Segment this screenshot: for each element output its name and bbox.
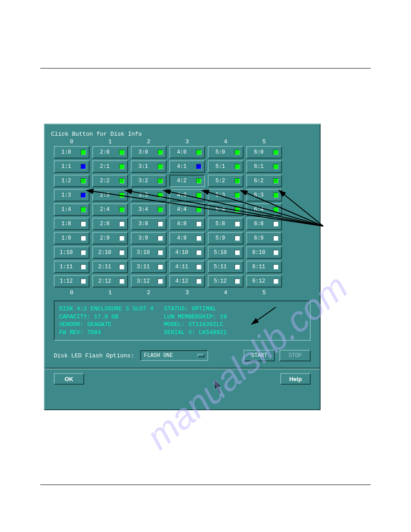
disk-button-label: 6:12 <box>247 278 270 284</box>
disk-button-2-3[interactable]: 2:3 <box>92 189 128 202</box>
disk-button-3-1[interactable]: 3:1 <box>131 160 167 173</box>
disk-button-6-10[interactable]: 6:10 <box>246 246 282 259</box>
disk-button-label: 2:1 <box>93 163 116 170</box>
disk-button-2-11[interactable]: 2:11 <box>92 261 128 273</box>
status-indicator-icon <box>81 178 86 184</box>
status-indicator-icon <box>158 221 163 227</box>
disk-button-6-1[interactable]: 6:1 <box>246 160 282 173</box>
disk-button-6-3[interactable]: 6:3 <box>246 189 282 202</box>
disk-button-2-0[interactable]: 2:0 <box>92 146 128 159</box>
disk-button-1-8[interactable]: 1:8 <box>54 218 90 230</box>
disk-button-1-9[interactable]: 1:9 <box>54 232 90 245</box>
disk-button-2-4[interactable]: 2:4 <box>92 203 128 216</box>
disk-button-label: 2:11 <box>93 264 116 270</box>
disk-button-4-2[interactable]: 4:2 <box>169 175 205 187</box>
disk-button-3-3[interactable]: 3:3 <box>131 189 167 202</box>
disk-button-label: 1:9 <box>55 235 78 241</box>
disk-button-3-12[interactable]: 3:12 <box>131 275 167 287</box>
disk-button-2-10[interactable]: 2:10 <box>92 246 128 259</box>
disk-button-2-8[interactable]: 2:8 <box>92 218 128 230</box>
disk-button-4-4[interactable]: 4:4 <box>169 203 205 216</box>
disk-button-label: 3:8 <box>132 221 155 227</box>
disk-button-1-12[interactable]: 1:12 <box>54 275 90 287</box>
disk-button-5-4[interactable]: 5:4 <box>208 203 244 216</box>
disk-button-1-4[interactable]: 1:4 <box>54 203 90 216</box>
disk-button-5-12[interactable]: 5:12 <box>208 275 244 287</box>
disk-button-4-9[interactable]: 4:9 <box>169 232 205 245</box>
disk-button-6-0[interactable]: 6:0 <box>246 146 282 159</box>
disk-button-4-3[interactable]: 4:3 <box>169 189 205 202</box>
status-indicator-icon <box>119 250 124 255</box>
disk-button-4-0[interactable]: 4:0 <box>169 146 205 159</box>
disk-button-5-9[interactable]: 5:9 <box>208 232 244 245</box>
disk-button-label: 3:12 <box>132 278 155 284</box>
disk-button-1-11[interactable]: 1:11 <box>54 261 90 273</box>
disk-button-label: 2:9 <box>93 235 116 241</box>
status-indicator-icon <box>196 150 201 155</box>
status-indicator-icon <box>273 264 278 270</box>
status-indicator-icon <box>273 164 278 169</box>
disk-button-2-12[interactable]: 2:12 <box>92 275 128 287</box>
disk-button-label: 2:4 <box>93 206 116 213</box>
disk-button-4-12[interactable]: 4:12 <box>169 275 205 287</box>
disk-button-3-9[interactable]: 3:9 <box>131 232 167 245</box>
disk-button-3-2[interactable]: 3:2 <box>131 175 167 187</box>
disk-button-3-4[interactable]: 3:4 <box>131 203 167 216</box>
disk-button-5-2[interactable]: 5:2 <box>208 175 244 187</box>
disk-button-2-1[interactable]: 2:1 <box>92 160 128 173</box>
column-footer: 1 <box>92 289 128 296</box>
disk-button-2-9[interactable]: 2:9 <box>92 232 128 245</box>
disk-button-3-0[interactable]: 3:0 <box>131 146 167 159</box>
disk-button-3-10[interactable]: 3:10 <box>131 246 167 259</box>
disk-button-label: 5:11 <box>209 264 232 270</box>
disk-button-1-10[interactable]: 1:10 <box>54 246 90 259</box>
column-headers-top: 012345 <box>54 138 313 145</box>
disk-button-5-8[interactable]: 5:8 <box>208 218 244 230</box>
disk-button-3-11[interactable]: 3:11 <box>131 261 167 273</box>
disk-button-4-11[interactable]: 4:11 <box>169 261 205 273</box>
disk-button-5-0[interactable]: 5:0 <box>208 146 244 159</box>
help-button[interactable]: Help <box>280 373 311 385</box>
disk-button-6-8[interactable]: 6:8 <box>246 218 282 230</box>
disk-button-5-1[interactable]: 5:1 <box>208 160 244 173</box>
disk-button-1-1[interactable]: 1:1 <box>54 160 90 173</box>
disk-button-label: 4:12 <box>170 278 193 284</box>
disk-button-5-11[interactable]: 5:11 <box>208 261 244 273</box>
disk-button-5-10[interactable]: 5:10 <box>208 246 244 259</box>
disk-button-3-8[interactable]: 3:8 <box>131 218 167 230</box>
disk-button-6-9[interactable]: 6:9 <box>246 232 282 245</box>
disk-button-1-0[interactable]: 1:0 <box>54 146 90 159</box>
status-indicator-icon <box>235 150 240 155</box>
disk-button-label: 6:4 <box>247 206 270 213</box>
start-button[interactable]: START <box>244 350 275 361</box>
status-indicator-icon <box>273 221 278 227</box>
column-footer: 3 <box>169 289 205 296</box>
status-indicator-icon <box>196 250 201 255</box>
status-indicator-icon <box>81 207 86 212</box>
status-indicator-icon <box>158 164 163 169</box>
disk-button-6-12[interactable]: 6:12 <box>246 275 282 287</box>
disk-button-4-8[interactable]: 4:8 <box>169 218 205 230</box>
status-indicator-icon <box>273 193 278 198</box>
status-indicator-icon <box>158 150 163 155</box>
disk-button-label: 5:2 <box>209 178 232 184</box>
status-indicator-icon <box>81 264 86 270</box>
disk-button-label: 5:4 <box>209 206 232 213</box>
led-flash-value: FLASH ONE <box>144 352 173 359</box>
disk-button-5-3[interactable]: 5:3 <box>208 189 244 202</box>
disk-button-label: 2:0 <box>93 149 116 155</box>
status-indicator-icon <box>119 221 124 227</box>
disk-button-1-3[interactable]: 1:3 <box>54 189 90 202</box>
disk-button-6-2[interactable]: 6:2 <box>246 175 282 187</box>
disk-button-4-1[interactable]: 4:1 <box>169 160 205 173</box>
disk-button-1-2[interactable]: 1:2 <box>54 175 90 187</box>
led-flash-dropdown[interactable]: FLASH ONE <box>140 350 208 361</box>
ok-button[interactable]: OK <box>54 373 84 385</box>
disk-button-6-11[interactable]: 6:11 <box>246 261 282 273</box>
status-indicator-icon <box>158 279 163 284</box>
disk-button-2-2[interactable]: 2:2 <box>92 175 128 187</box>
disk-button-6-4[interactable]: 6:4 <box>246 203 282 216</box>
column-header: 2 <box>131 138 167 145</box>
disk-button-4-10[interactable]: 4:10 <box>169 246 205 259</box>
status-indicator-icon <box>235 193 240 198</box>
